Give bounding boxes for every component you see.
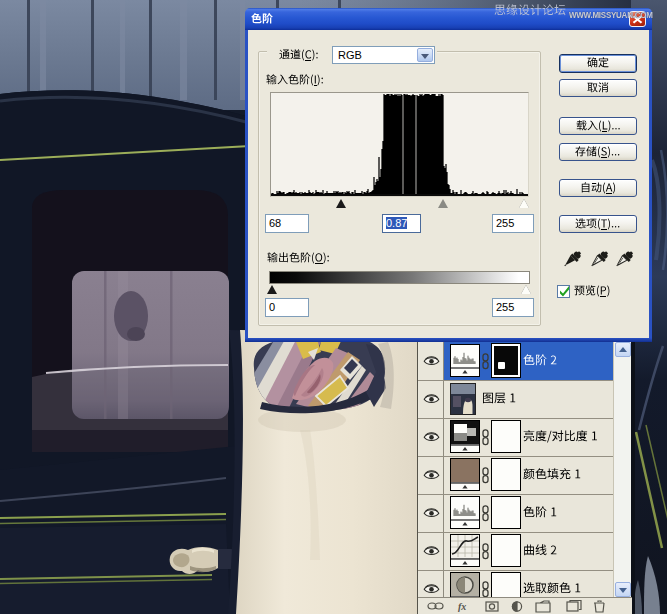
svg-text:fx: fx [458,601,466,612]
